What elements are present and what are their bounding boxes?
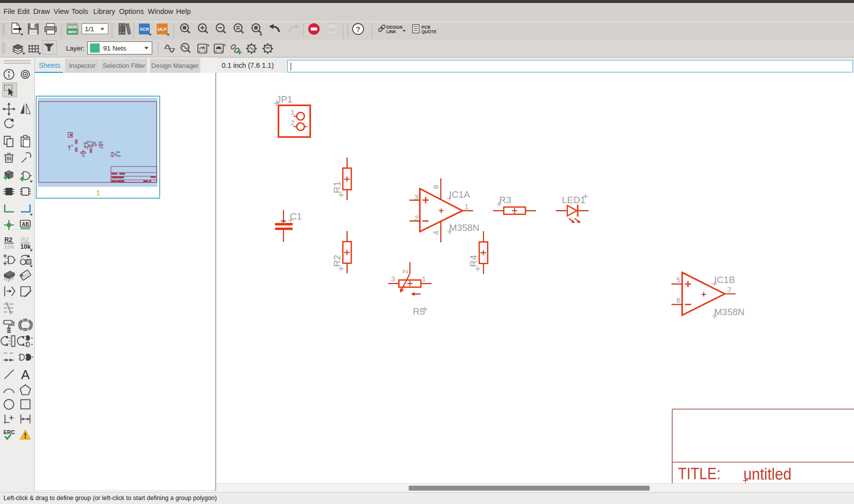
svg-text:BRD: BRD	[68, 30, 77, 34]
svg-text:R4: R4	[469, 255, 479, 267]
svg-text:R2: R2	[4, 236, 12, 243]
svg-text:4: 4	[431, 231, 440, 235]
svg-text:6: 6	[676, 296, 680, 304]
svg-text:GO: GO	[329, 27, 336, 32]
svg-text:R2: R2	[332, 255, 342, 267]
svg-text:2: 2	[401, 270, 409, 274]
svg-text:5: 5	[676, 276, 680, 284]
svg-text:A: A	[21, 367, 30, 382]
svg-text:AB: AB	[22, 222, 29, 227]
svg-text:1/1: 1/1	[85, 25, 94, 33]
svg-text:7: 7	[728, 285, 732, 294]
svg-text:1: 1	[96, 188, 100, 197]
svg-text:10k: 10k	[4, 243, 14, 250]
svg-text:2: 2	[291, 118, 295, 127]
svg-text:?: ?	[356, 25, 361, 33]
svg-text:2: 2	[414, 214, 418, 222]
svg-text:ERC: ERC	[3, 429, 15, 435]
svg-text:1: 1	[422, 275, 426, 283]
svg-text:M358N: M358N	[714, 307, 744, 317]
svg-text:1: 1	[291, 108, 295, 116]
svg-text:91 Nets: 91 Nets	[103, 45, 126, 52]
svg-text:IC1B: IC1B	[714, 275, 735, 285]
svg-text:R5: R5	[413, 306, 425, 317]
svg-text:1: 1	[465, 202, 469, 211]
svg-text:3: 3	[414, 193, 418, 201]
svg-text:3: 3	[391, 275, 395, 283]
svg-text:R2: R2	[21, 236, 29, 243]
svg-text:M358N: M358N	[449, 223, 480, 233]
svg-text:LINK: LINK	[386, 29, 397, 34]
svg-text:R1: R1	[332, 181, 342, 193]
svg-text:R3: R3	[499, 195, 511, 205]
svg-text:untitled: untitled	[743, 465, 792, 483]
svg-text:TITLE:: TITLE:	[678, 464, 721, 483]
svg-text:QUOTE: QUOTE	[422, 29, 437, 34]
svg-text:ULP: ULP	[158, 27, 167, 32]
svg-text:10k: 10k	[20, 243, 31, 250]
svg-text:SCR: SCR	[139, 27, 149, 32]
svg-text:IC1A: IC1A	[449, 189, 471, 200]
svg-text:SCH: SCH	[68, 25, 77, 29]
svg-text:Layer:: Layer:	[66, 45, 85, 52]
svg-text:8: 8	[431, 185, 440, 189]
svg-text:LED1: LED1	[562, 195, 586, 205]
